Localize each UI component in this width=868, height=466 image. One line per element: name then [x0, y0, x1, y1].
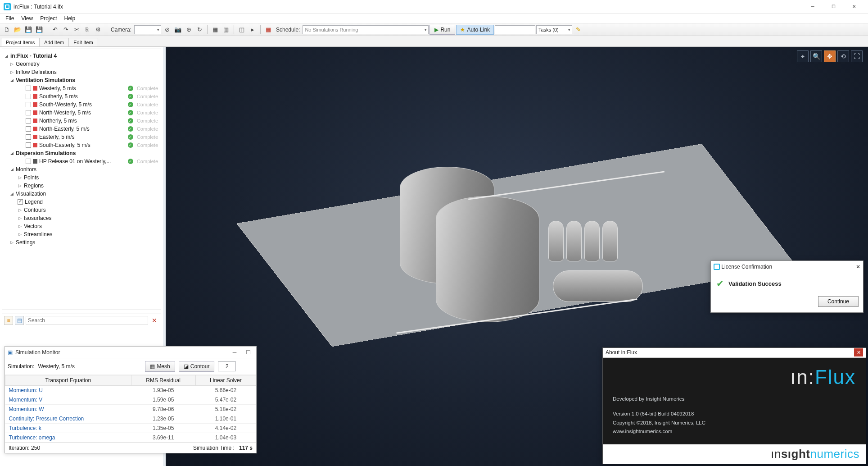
menu-project[interactable]: Project — [36, 14, 60, 23]
status-text: Complete — [137, 134, 158, 140]
menu-help[interactable]: Help — [61, 14, 79, 23]
tab-add-item[interactable]: Add Item — [39, 38, 69, 46]
tree-disp-header[interactable]: Dispersion Simulations — [16, 150, 76, 156]
schedule-combo[interactable]: No Simulations Running — [303, 25, 429, 34]
table-row: Momentum: W9.78e-065.18e-02 — [5, 405, 256, 414]
camera-combo[interactable] — [134, 25, 161, 34]
tree-points[interactable]: Points — [24, 174, 39, 181]
tree-vectors[interactable]: Vectors — [24, 223, 42, 229]
sim-icon — [33, 94, 37, 99]
vent-sim-item[interactable]: Northerly, 5 m/s — [39, 118, 77, 124]
fit-icon[interactable]: ⛶ — [851, 50, 863, 62]
status-text: Complete — [137, 94, 158, 99]
sim-icon — [33, 127, 37, 131]
tree-monitors[interactable]: Monitors — [16, 166, 36, 173]
list-icon[interactable]: ≡ — [4, 316, 13, 325]
open-icon[interactable]: 📂 — [13, 25, 23, 35]
zoom-extents-icon[interactable]: ⌖ — [797, 50, 809, 62]
minimize-button[interactable]: ─ — [802, 0, 823, 14]
about-close-icon[interactable]: ✕ — [854, 348, 863, 356]
disp-sim-item[interactable]: HP Release 01 on Westerly,... — [39, 158, 111, 164]
vent-sim-item[interactable]: Westerly, 5 m/s — [39, 85, 76, 91]
tree-settings[interactable]: Settings — [16, 239, 35, 246]
view-side-icon[interactable]: ▥ — [221, 25, 231, 35]
tree-isosurfaces[interactable]: Isosurfaces — [24, 215, 51, 221]
view-front-icon[interactable]: ▦ — [210, 25, 220, 35]
sim-icon — [33, 143, 37, 147]
simulation-select[interactable]: Westerly, 5 m/s — [38, 363, 141, 370]
tree-geometry[interactable]: Geometry — [16, 61, 40, 67]
autolink-button[interactable]: ★Auto-Link — [456, 25, 494, 35]
menu-view[interactable]: View — [18, 14, 36, 23]
tree-root[interactable]: in:Flux - Tutorial 4 — [10, 53, 57, 59]
tab-edit-item[interactable]: Edit Item — [68, 38, 98, 46]
contour-value-input[interactable] — [218, 361, 236, 371]
legend-checkbox[interactable] — [18, 199, 23, 205]
filter-icon[interactable]: ▤ — [15, 316, 24, 325]
sim-checkbox[interactable] — [26, 134, 31, 140]
vent-sim-item[interactable]: South-Easterly, 5 m/s — [39, 142, 90, 148]
clip-icon[interactable]: ◫ — [237, 25, 247, 35]
maximize-button[interactable]: ☐ — [823, 0, 844, 14]
tree-viz[interactable]: Visualization — [16, 191, 46, 197]
sim-checkbox[interactable] — [26, 86, 31, 91]
sim-checkbox[interactable] — [26, 118, 31, 123]
tasks-input[interactable] — [495, 25, 535, 34]
license-close-icon[interactable]: ✕ — [856, 264, 860, 270]
new-icon[interactable]: 🗋 — [2, 25, 12, 35]
cam-target-icon[interactable]: ⊕ — [184, 25, 194, 35]
status-ok-icon: ✓ — [128, 126, 133, 132]
cam-refresh-icon[interactable]: ↻ — [194, 25, 204, 35]
sim-checkbox[interactable] — [26, 102, 31, 107]
maximize-panel-icon[interactable]: ☐ — [243, 349, 253, 356]
project-tree[interactable]: ◢in:Flux - Tutorial 4 ▷Geometry ▷Inflow … — [2, 49, 161, 310]
pan-icon[interactable]: ✥ — [824, 50, 836, 62]
redo-icon[interactable]: ↷ — [61, 25, 71, 35]
tab-project-items[interactable]: Project Items — [1, 38, 40, 46]
run-button[interactable]: ▶Run — [429, 25, 455, 35]
sim-checkbox[interactable] — [26, 142, 31, 148]
tree-inflow[interactable]: Inflow Definitions — [16, 69, 57, 75]
continue-button[interactable]: Continue — [818, 296, 859, 307]
tree-contours[interactable]: Contours — [24, 207, 46, 213]
tree-vent-header[interactable]: Ventilation Simulations — [16, 77, 75, 83]
sim-checkbox[interactable] — [26, 159, 31, 164]
cam-snap-icon[interactable]: 📷 — [173, 25, 183, 35]
sim-checkbox[interactable] — [26, 126, 31, 132]
menu-bar: File View Project Help — [0, 14, 868, 23]
edit-icon[interactable]: ✎ — [573, 25, 583, 35]
tree-legend[interactable]: Legend — [25, 199, 43, 205]
pointer-icon[interactable]: ▸ — [248, 25, 258, 35]
save-as-icon[interactable]: 💾 — [34, 25, 44, 35]
menu-file[interactable]: File — [2, 14, 18, 23]
vent-sim-item[interactable]: North-Westerly, 5 m/s — [39, 110, 91, 116]
tree-regions[interactable]: Regions — [24, 183, 44, 189]
schedule-icon[interactable]: ▦ — [263, 25, 273, 35]
zoom-icon[interactable]: 🔍 — [810, 50, 822, 62]
vent-sim-item[interactable]: Easterly, 5 m/s — [39, 134, 74, 140]
vent-sim-item[interactable]: North-Easterly, 5 m/s — [39, 126, 90, 132]
close-button[interactable]: ✕ — [844, 0, 864, 14]
cut-icon[interactable]: ✂ — [72, 25, 81, 35]
save-icon[interactable]: 💾 — [23, 25, 33, 35]
sim-checkbox[interactable] — [26, 94, 31, 99]
about-title: About in:Flux — [606, 349, 637, 356]
about-copyright: Copyright ©2018, Insight Numerics, LLC — [613, 419, 856, 428]
simulation-label: Simulation: — [8, 363, 34, 370]
status-ok-icon: ✓ — [128, 134, 133, 140]
gear-icon[interactable]: ⚙ — [93, 25, 103, 35]
undo-icon[interactable]: ↶ — [50, 25, 60, 35]
search-input[interactable] — [26, 316, 148, 325]
tasks-combo[interactable]: Tasks (0) — [536, 25, 572, 34]
copy-icon[interactable]: ⎘ — [82, 25, 92, 35]
vent-sim-item[interactable]: Southerly, 5 m/s — [39, 93, 78, 100]
cam-del-icon[interactable]: ⊘ — [162, 25, 172, 35]
minimize-panel-icon[interactable]: ─ — [229, 349, 240, 356]
tree-streamlines[interactable]: Streamlines — [24, 231, 52, 238]
vent-sim-item[interactable]: South-Westerly, 5 m/s — [39, 101, 92, 108]
clear-search-icon[interactable]: ✕ — [150, 317, 159, 324]
contour-button[interactable]: ◪Contour — [179, 361, 215, 372]
sim-checkbox[interactable] — [26, 110, 31, 115]
mesh-button[interactable]: ▦Mesh — [145, 361, 175, 372]
orbit-icon[interactable]: ⟲ — [837, 50, 849, 62]
